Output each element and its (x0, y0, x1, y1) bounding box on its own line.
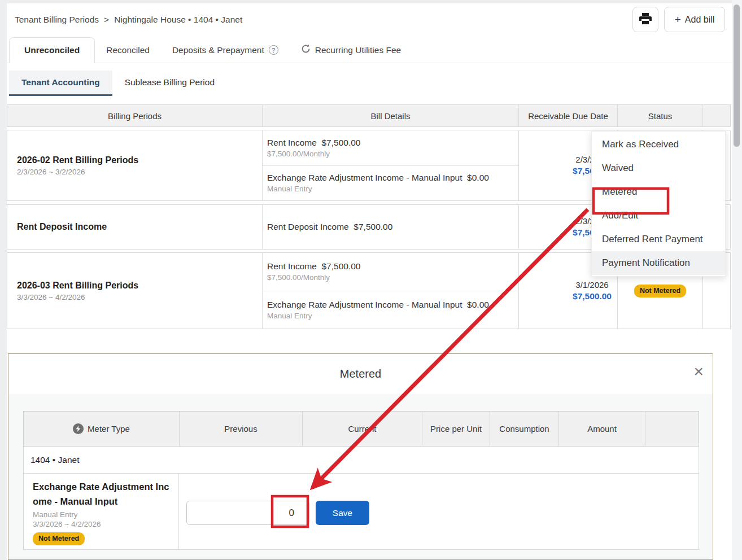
modal-title: Metered (8, 354, 713, 394)
meter-table-header: Meter Type Previous Current Price per Un… (23, 411, 699, 447)
menu-item-deferred-rent-payment[interactable]: Deferred Rent Payment (592, 228, 725, 251)
row2-period-title: Rent Deposit Income (17, 222, 262, 232)
col-receivable-due-date: Receivable Due Date (518, 105, 617, 126)
close-icon[interactable]: × (693, 363, 704, 380)
row3-amount[interactable]: $7,500.00 (573, 291, 612, 301)
menu-item-add-edit[interactable]: Add/Edit (592, 204, 725, 228)
meter-name: Exchange Rate Adjustment Income - Manual… (33, 479, 169, 509)
col-bill-details: Bill Details (262, 105, 518, 126)
tab-unreconciled[interactable]: Unreconciled (9, 37, 95, 63)
app-root: Tenant Billing Periods > Nightingale Hou… (0, 0, 742, 560)
print-button[interactable] (632, 7, 658, 32)
col-billing-periods: Billing Periods (7, 105, 262, 126)
breadcrumb-current: Nightingale House • 1404 • Janet (114, 15, 242, 25)
col-consumption: Consumption (490, 412, 558, 446)
page-scrollbar-track (732, 0, 742, 560)
meter-value-input[interactable] (186, 501, 309, 525)
row1-period-title: 2026-02 Rent Billing Periods (17, 155, 262, 165)
meter-table: Meter Type Previous Current Price per Un… (23, 411, 699, 550)
printer-icon (639, 13, 652, 27)
row1-detail-rent-income: Rent Income $7,500.00 $7,500.00/Monthly (263, 130, 518, 165)
row1-detail-exchange-rate: Exchange Rate Adjustment Income - Manual… (263, 165, 518, 201)
menu-item-mark-as-received[interactable]: Mark as Received (592, 133, 725, 156)
col-previous: Previous (179, 412, 302, 446)
breadcrumb-tenant-billing-periods[interactable]: Tenant Billing Periods (15, 15, 99, 25)
meter-data-row: Exchange Rate Adjustment Income - Manual… (23, 474, 699, 550)
col-actions (702, 105, 731, 126)
status-badge: Not Metered (634, 285, 686, 298)
meter-group-row: 1404 • Janet (23, 447, 699, 474)
meter-entry-type: Manual Entry (33, 510, 169, 519)
tab-reconciled-label: Reconciled (106, 45, 150, 55)
menu-item-payment-notification[interactable]: Payment Notification (592, 251, 725, 275)
subtab-tenant-accounting[interactable]: Tenant Accounting (9, 71, 112, 96)
row3-period-title: 2026-03 Rent Billing Periods (17, 281, 262, 291)
add-bill-button[interactable]: + Add bill (664, 7, 725, 32)
add-bill-label: Add bill (685, 15, 714, 25)
meter-period: 3/3/2026 ~ 4/2/2026 (33, 520, 169, 528)
col-meter-actions (645, 412, 700, 446)
tab-unreconciled-label: Unreconciled (24, 45, 80, 55)
breadcrumb: Tenant Billing Periods > Nightingale Hou… (15, 15, 242, 25)
modal-header: Metered × (8, 354, 713, 394)
menu-item-metered[interactable]: Metered (592, 180, 725, 204)
sub-tab-bar: Tenant Accounting Sublease Billing Perio… (7, 71, 227, 96)
subtab-sublease-billing-period[interactable]: Sublease Billing Period (112, 71, 227, 96)
help-icon[interactable]: ? (269, 45, 278, 55)
col-meter-type: Meter Type (88, 423, 130, 435)
col-amount: Amount (558, 412, 645, 446)
breadcrumb-separator: > (104, 15, 109, 25)
status-context-menu: Mark as Received Waived Metered Add/Edit… (591, 131, 726, 277)
col-price-per-unit: Price per Unit (422, 412, 490, 446)
meter-gauge-icon (73, 423, 84, 434)
main-tab-bar: Unreconciled Reconciled Deposits & Prepa… (7, 37, 732, 63)
row2-detail-rent-deposit: Rent Deposit Income $7,500.00 (263, 205, 518, 249)
tab-recurring-utilities-fee[interactable]: Recurring Utilities Fee (290, 37, 412, 63)
row1-period-range: 2/3/2026 ~ 3/2/2026 (17, 168, 262, 176)
col-status: Status (617, 105, 702, 126)
row3-detail-exchange-rate: Exchange Rate Adjustment Income - Manual… (263, 291, 518, 329)
billing-table-header: Billing Periods Bill Details Receivable … (7, 104, 731, 127)
row3-period-range: 3/3/2026 ~ 4/2/2026 (17, 293, 262, 301)
metered-modal: Metered × Meter Type Previous Current Pr… (8, 353, 713, 560)
tab-reconciled[interactable]: Reconciled (95, 37, 161, 63)
tab-recurring-label: Recurring Utilities Fee (315, 45, 401, 55)
menu-item-waived[interactable]: Waived (592, 156, 725, 180)
page-scrollbar-thumb[interactable] (734, 5, 740, 147)
tab-deposits-label: Deposits & Prepayment (172, 45, 264, 55)
save-button[interactable]: Save (316, 501, 369, 525)
col-current: Current (302, 412, 422, 446)
refresh-icon (301, 44, 311, 56)
row3-due-date: 3/1/2026 (575, 280, 608, 290)
status-badge: Not Metered (33, 532, 85, 545)
plus-icon: + (675, 14, 681, 26)
row3-detail-rent-income: Rent Income $7,500.00 $7,500.00/Monthly (263, 253, 518, 291)
tab-deposits-prepayment[interactable]: Deposits & Prepayment ? (161, 37, 290, 63)
